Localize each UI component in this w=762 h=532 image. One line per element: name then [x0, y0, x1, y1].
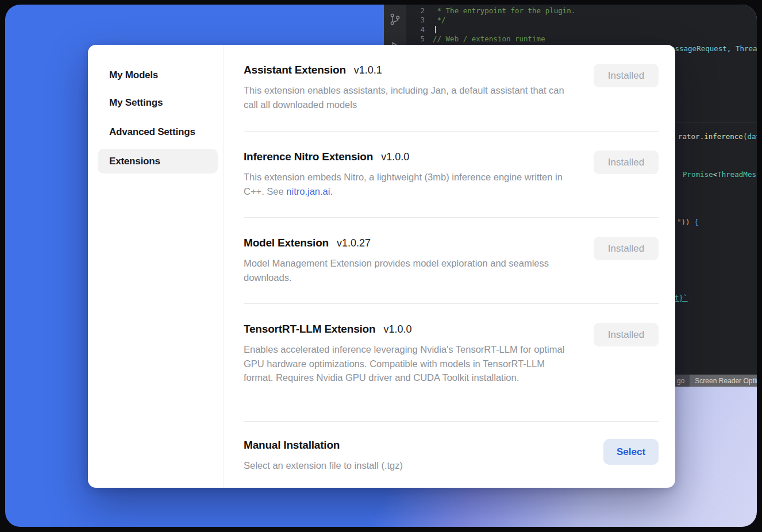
- code-line: 4: [406, 25, 757, 34]
- sidebar-item-label: Advanced Settings: [109, 126, 195, 138]
- manual-installation-info: Manual Installation Select an extension …: [244, 439, 576, 473]
- manual-installation-title: Manual Installation: [244, 439, 340, 452]
- nitro-jan-ai-link[interactable]: nitro.jan.ai.: [286, 186, 333, 196]
- line-number: 5: [406, 34, 425, 43]
- code-token: ThreadMessage: [736, 44, 757, 53]
- extension-description: Enables accelerated inference leveraging…: [244, 342, 576, 385]
- code-line: 2 * The entrypoint for the plugin.: [406, 6, 757, 16]
- manual-installation-description: Select an extension file to install (.tg…: [244, 458, 576, 473]
- select-file-button[interactable]: Select: [603, 439, 659, 465]
- extension-info: Inference Nitro Extension v1.0.0 This ex…: [244, 151, 576, 198]
- extension-version: v1.0.0: [381, 151, 409, 163]
- code-token: MessageRequest: [666, 44, 726, 53]
- extension-version: v1.0.1: [354, 64, 382, 76]
- code-line: 3 */: [406, 16, 757, 25]
- line-number: 4: [406, 25, 425, 34]
- screenshot-canvas: 2 * The entrypoint for the plugin. 3 */ …: [0, 0, 762, 532]
- extension-version: v1.0.0: [383, 323, 411, 336]
- extension-name: Model Extension: [244, 237, 329, 249]
- line-number: 3: [406, 16, 425, 24]
- extension-name: Assistant Extension: [244, 64, 346, 76]
- extension-info: TensortRT-LLM Extension v1.0.0 Enables a…: [244, 323, 576, 385]
- extension-info: Model Extension v1.0.27 Model Management…: [244, 237, 576, 284]
- installed-button[interactable]: Installed: [594, 323, 659, 346]
- extension-description: This extension enables assistants, inclu…: [244, 83, 576, 111]
- extension-name: Inference Nitro Extension: [244, 151, 373, 163]
- extension-description: Model Management Extension provides mode…: [244, 256, 576, 284]
- app-background: 2 * The entrypoint for the plugin. 3 */ …: [5, 5, 757, 527]
- settings-sidebar: My Models My Settings Advanced Settings …: [88, 45, 224, 488]
- source-control-icon[interactable]: [388, 13, 402, 26]
- sidebar-item-label: My Models: [109, 70, 158, 81]
- settings-modal: My Models My Settings Advanced Settings …: [88, 45, 675, 488]
- installed-button[interactable]: Installed: [594, 64, 659, 87]
- code-token: ,: [727, 44, 736, 53]
- line-number: 2: [406, 6, 425, 15]
- extension-version: v1.0.27: [337, 237, 371, 249]
- installed-button[interactable]: Installed: [594, 237, 659, 260]
- installed-button[interactable]: Installed: [594, 151, 659, 174]
- code-fragment: ")) {: [677, 218, 699, 226]
- sidebar-item-advanced-settings[interactable]: Advanced Settings: [98, 119, 218, 144]
- extension-row-model: Model Extension v1.0.27 Model Management…: [244, 217, 659, 303]
- sidebar-item-my-settings[interactable]: My Settings: [98, 90, 218, 115]
- sidebar-item-my-models[interactable]: My Models: [98, 63, 218, 87]
- extension-row-inference-nitro: Inference Nitro Extension v1.0.0 This ex…: [244, 131, 659, 217]
- code-fragment: Promise<ThreadMessage>: [683, 170, 757, 179]
- code-text: */: [433, 16, 446, 24]
- extension-info: Assistant Extension v1.0.1 This extensio…: [244, 64, 576, 111]
- code-fragment: rator.inference(data));: [678, 132, 757, 141]
- manual-installation-row: Manual Installation Select an extension …: [244, 421, 659, 488]
- sidebar-item-label: Extensions: [109, 156, 160, 167]
- code-fragment: t}`: [675, 294, 688, 302]
- extension-name: TensortRT-LLM Extension: [244, 323, 375, 336]
- extension-description: This extension embeds Nitro, a lightweig…: [244, 170, 576, 198]
- extension-row-tensorrt-llm: TensortRT-LLM Extension v1.0.0 Enables a…: [244, 303, 659, 421]
- code-text: * The entrypoint for the plugin.: [433, 6, 575, 15]
- sidebar-item-extensions[interactable]: Extensions: [98, 149, 218, 174]
- screen-reader-optimized-status[interactable]: Screen Reader Optimized: [690, 375, 757, 387]
- extension-row-assistant: Assistant Extension v1.0.1 This extensio…: [244, 45, 659, 131]
- extensions-list: Assistant Extension v1.0.1 This extensio…: [224, 45, 675, 488]
- sidebar-item-label: My Settings: [109, 97, 163, 109]
- text-cursor: [435, 26, 436, 33]
